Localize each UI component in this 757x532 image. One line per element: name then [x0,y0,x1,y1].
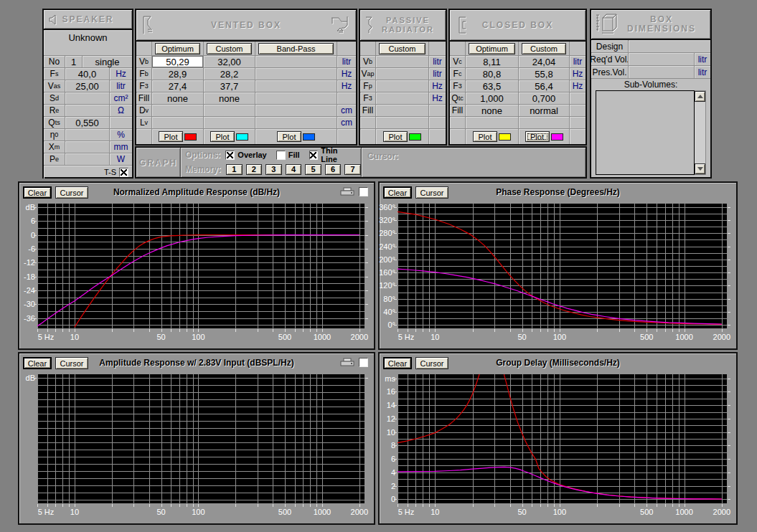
param-value[interactable] [255,80,337,92]
param-value[interactable] [466,117,519,129]
ts-checkbox[interactable] [119,168,128,177]
param-value[interactable] [376,105,429,117]
param-value[interactable]: 0,700 [519,92,570,105]
clear-button[interactable]: Clear [383,186,412,199]
memory-button-1[interactable]: 1 [226,164,243,175]
cursor-button[interactable]: Cursor [55,186,88,199]
plot-button[interactable]: Plot [473,131,497,142]
x-tick [55,504,56,507]
checkbox[interactable] [276,151,286,160]
sub-volumes-listbox[interactable] [596,90,695,175]
clear-button[interactable]: Clear [23,186,52,199]
param-value[interactable]: 1,000 [466,92,519,105]
plot-area[interactable] [398,374,727,503]
memory-button-6[interactable]: 6 [325,164,342,175]
param-value[interactable]: 80,8 [466,68,519,80]
param-value[interactable] [255,117,337,129]
param-value[interactable] [204,105,255,117]
param-value[interactable]: 50,29 [152,56,204,68]
param-value[interactable] [376,68,429,80]
param-value[interactable] [376,117,429,129]
param-value[interactable]: 28,9 [152,68,204,80]
dim-value[interactable] [629,66,695,79]
cursor-button[interactable]: Cursor [415,186,448,199]
param-value[interactable]: 37,7 [204,80,255,92]
cursor-button[interactable]: Cursor [55,357,88,369]
clear-button[interactable]: Clear [383,357,412,369]
param-value[interactable] [376,56,429,68]
checkbox[interactable] [225,151,235,160]
print-checkbox[interactable] [359,187,368,196]
param-value[interactable]: normal [519,105,570,117]
option-toggle-overlay[interactable]: Overlay [225,151,266,160]
param-value[interactable]: 55,8 [519,68,570,80]
cursor-button[interactable]: Cursor [415,357,448,369]
alignment-button-optimum[interactable]: Optimum [155,43,200,54]
plot-button[interactable]: Plot [525,131,550,142]
param-value[interactable]: 56,4 [519,80,570,92]
table-row: Fs40,0Hz [44,68,132,80]
param-value[interactable] [204,117,255,129]
alignment-button-optimum[interactable]: Optimum [469,43,515,54]
param-value[interactable]: 8,11 [466,56,519,68]
param-value[interactable]: 63,5 [466,80,519,92]
param-value[interactable]: 0,550 [65,117,110,129]
plot-button-group: Plot [159,131,197,142]
alignment-button-custom[interactable]: Custom [522,43,566,54]
plot-button[interactable]: Plot [277,131,301,142]
plot-button[interactable]: Plot [383,131,408,142]
dim-value[interactable] [629,40,710,53]
plot-button[interactable]: Plot [159,131,183,142]
param-value[interactable] [152,105,204,117]
param-value[interactable]: 32,00 [204,56,255,68]
option-toggle-thin-line[interactable]: Thin Line [309,146,355,163]
plot-area[interactable] [398,204,727,328]
speaker-name[interactable]: Unknown [44,30,132,56]
param-value[interactable] [376,92,429,105]
checkbox[interactable] [309,151,319,160]
print-checkbox[interactable] [359,358,368,367]
alignment-button-band-pass[interactable]: Band-Pass [258,43,334,54]
param-value[interactable] [65,92,110,105]
dim-value[interactable] [629,53,695,66]
param-value[interactable] [152,117,204,129]
param-value[interactable] [255,92,337,105]
scroll-up-button[interactable] [695,91,705,102]
plot-area[interactable] [37,374,365,503]
param-value[interactable] [255,68,337,80]
sub-volumes-scrollbar[interactable] [695,90,706,175]
param-value[interactable]: 24,04 [519,56,570,68]
plot-button[interactable]: Plot [210,131,235,142]
param-value[interactable] [65,105,110,117]
param-value[interactable]: 27,4 [152,80,204,92]
box-dimensions-title: BOXDIMENSIONS [627,15,696,34]
param-value[interactable]: 40,0 [65,68,110,80]
param-value[interactable]: 1 [65,56,83,68]
param-value[interactable]: none [152,92,204,105]
param-value[interactable]: none [466,105,519,117]
param-value-mode[interactable]: single [83,56,132,68]
memory-button-7[interactable]: 7 [344,164,361,175]
memory-button-4[interactable]: 4 [286,164,302,175]
memory-button-5[interactable]: 5 [305,164,321,175]
param-value[interactable] [255,105,337,117]
memory-button-3[interactable]: 3 [265,164,282,175]
clear-button[interactable]: Clear [23,357,52,369]
param-value[interactable] [65,153,110,166]
param-value[interactable]: 25,00 [65,80,110,92]
param-value[interactable] [519,117,570,129]
plot-area[interactable] [37,204,365,328]
alignment-button-custom[interactable]: Custom [207,43,252,54]
param-value[interactable]: 28,2 [204,68,255,80]
scroll-down-button[interactable] [695,163,705,174]
param-value[interactable] [376,80,429,92]
option-toggle-fill[interactable]: Fill [276,151,300,160]
alignment-button-custom[interactable]: Custom [379,43,425,54]
param-value[interactable] [65,141,110,153]
param-value[interactable] [255,56,337,68]
param-value[interactable]: none [204,92,255,105]
param-label: Qtc [450,92,466,105]
param-value[interactable] [65,129,110,141]
memory-button-2[interactable]: 2 [246,164,263,175]
box-button-cell [136,42,152,56]
